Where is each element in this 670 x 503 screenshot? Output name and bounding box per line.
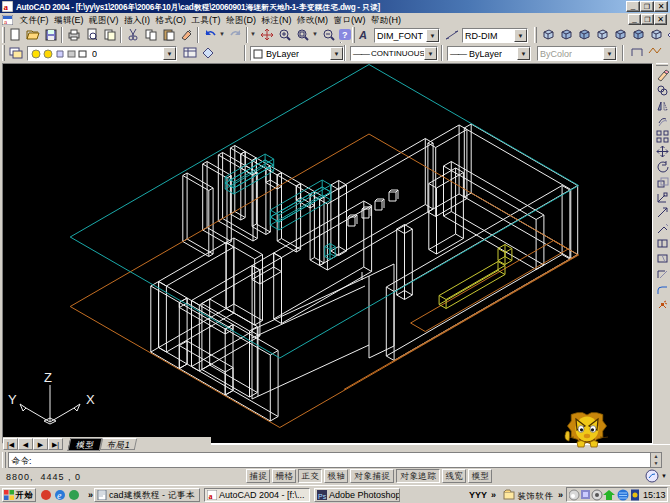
svg-text:a: a (209, 492, 213, 501)
svg-text:Ps: Ps (318, 493, 327, 500)
svg-text:Y: Y (8, 392, 17, 407)
svg-text:X: X (86, 392, 95, 407)
svg-text:Z: Z (44, 370, 52, 385)
svg-text:e: e (57, 490, 62, 501)
svg-text:a: a (4, 2, 9, 12)
svg-text:A: A (358, 29, 367, 41)
svg-text:?: ? (342, 30, 348, 40)
